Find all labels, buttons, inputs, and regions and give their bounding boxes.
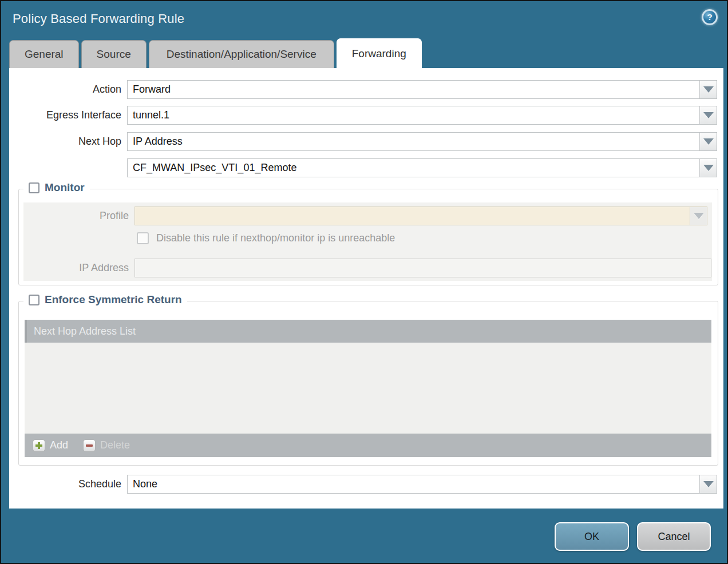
tab-general[interactable]: General <box>9 40 79 68</box>
chevron-down-icon <box>703 86 714 93</box>
monitor-disabled-area: Profile Disable this rule if nexthop/mon… <box>23 202 712 281</box>
tab-forwarding[interactable]: Forwarding <box>337 38 422 68</box>
action-value: Forward <box>128 81 699 98</box>
next-hop-label: Next Hop <box>9 136 121 148</box>
minus-icon <box>83 439 96 452</box>
schedule-label: Schedule <box>9 478 121 490</box>
action-select[interactable]: Forward <box>127 80 717 99</box>
action-label: Action <box>9 84 121 96</box>
enforce-symmetric-return-checkbox[interactable] <box>29 295 39 305</box>
plus-icon <box>33 439 45 452</box>
chevron-down-icon <box>703 112 714 118</box>
next-hop-value: IP Address <box>128 133 699 150</box>
chevron-down-icon <box>703 481 714 487</box>
disable-rule-label: Disable this rule if nexthop/monitor ip … <box>156 232 395 244</box>
chevron-down-icon <box>694 213 704 219</box>
profile-value <box>135 207 690 225</box>
next-hop-address-list-table: Next Hop Address List Add Delete <box>25 320 711 457</box>
monitor-ip-address-value <box>135 259 711 277</box>
schedule-value: None <box>128 475 699 493</box>
symmetric-return-section: Enforce Symmetric Return Next Hop Addres… <box>18 301 718 466</box>
enforce-symmetric-return-legend: Enforce Symmetric Return <box>45 293 182 306</box>
next-hop-address-list-header-label: Next Hop Address List <box>27 325 136 337</box>
profile-dropdown-button <box>690 207 707 225</box>
ok-button[interactable]: OK <box>555 522 629 551</box>
chevron-down-icon <box>703 165 714 171</box>
profile-select <box>134 206 707 225</box>
tab-bar: General Source Destination/Application/S… <box>9 40 422 68</box>
cancel-button[interactable]: Cancel <box>637 522 711 551</box>
egress-interface-select[interactable]: tunnel.1 <box>127 106 717 125</box>
help-icon[interactable]: ? <box>702 9 718 25</box>
pbf-rule-dialog: Policy Based Forwarding Rule ? General S… <box>0 0 728 564</box>
next-hop-select[interactable]: IP Address <box>127 132 717 151</box>
chevron-down-icon <box>703 138 714 145</box>
next-hop-address-list-body[interactable] <box>25 343 711 434</box>
monitor-ip-address-input <box>134 259 711 277</box>
delete-button: Delete <box>83 439 130 452</box>
add-button-label: Add <box>50 439 68 451</box>
delete-button-label: Delete <box>100 439 130 451</box>
next-hop-address-dropdown-button[interactable] <box>699 159 717 177</box>
next-hop-address-list-toolbar: Add Delete <box>25 434 711 457</box>
profile-label: Profile <box>23 210 129 222</box>
next-hop-address-list-header: Next Hop Address List <box>25 320 711 343</box>
disable-rule-checkbox <box>137 232 149 244</box>
tab-destination-application-service[interactable]: Destination/Application/Service <box>149 40 334 68</box>
monitor-legend: Monitor <box>45 181 85 194</box>
schedule-dropdown-button[interactable] <box>699 475 717 493</box>
dialog-title: Policy Based Forwarding Rule <box>13 11 184 26</box>
action-dropdown-button[interactable] <box>699 81 717 98</box>
next-hop-address-value: CF_MWAN_IPsec_VTI_01_Remote <box>128 159 699 177</box>
schedule-select[interactable]: None <box>127 475 717 494</box>
forwarding-tab-panel: Action Forward Egress Interface tunnel.1… <box>9 68 723 509</box>
next-hop-dropdown-button[interactable] <box>699 133 717 150</box>
egress-interface-label: Egress Interface <box>9 109 121 121</box>
tab-source[interactable]: Source <box>81 40 147 68</box>
monitor-ip-address-label: IP Address <box>23 262 129 274</box>
next-hop-address-select[interactable]: CF_MWAN_IPsec_VTI_01_Remote <box>127 158 717 177</box>
egress-interface-dropdown-button[interactable] <box>699 106 717 124</box>
add-button[interactable]: Add <box>33 439 68 452</box>
egress-interface-value: tunnel.1 <box>128 106 699 124</box>
monitor-checkbox[interactable] <box>29 182 39 193</box>
monitor-section: Monitor Profile Disable this rule if nex… <box>18 189 718 285</box>
